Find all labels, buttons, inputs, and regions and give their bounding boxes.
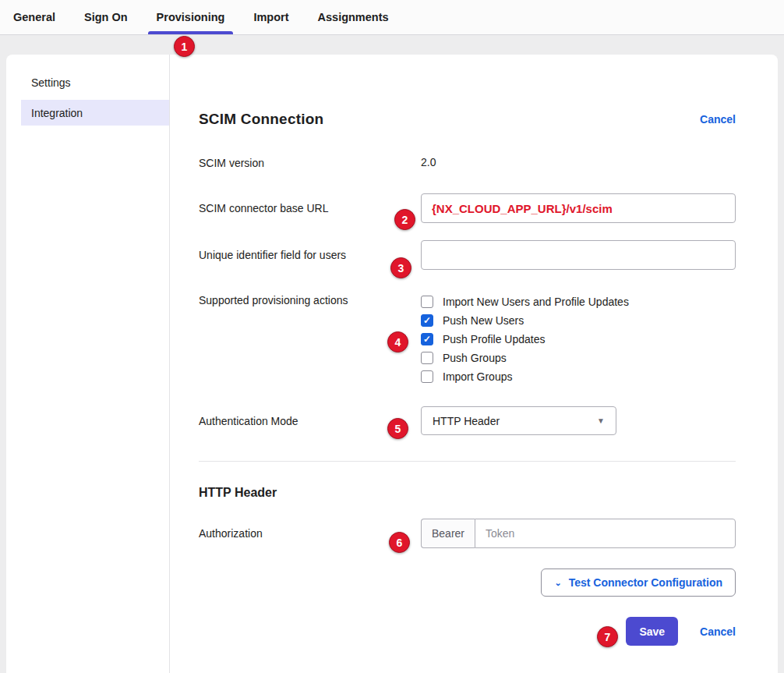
chevron-down-icon: ▼ — [597, 416, 605, 425]
sidebar-item-integration[interactable]: Integration — [21, 100, 169, 126]
scim-version-value: 2.0 — [421, 156, 736, 168]
annotation-marker-2: 2 — [394, 209, 415, 230]
annotation-marker-5: 5 — [387, 418, 408, 439]
annotation-marker-1: 1 — [174, 36, 195, 57]
checkbox-box[interactable]: ✓ — [421, 333, 433, 345]
provisioning-actions-group: ✓ Import New Users and Profile Updates ✓… — [421, 291, 736, 386]
checkbox-label: Push Groups — [443, 352, 507, 364]
checkbox-label: Import New Users and Profile Updates — [443, 296, 629, 308]
cancel-link-top[interactable]: Cancel — [700, 113, 736, 126]
check-icon: ✓ — [423, 335, 431, 344]
scim-version-label: SCIM version — [199, 156, 421, 170]
annotation-marker-3: 3 — [390, 257, 411, 278]
authorization-label: Authorization — [199, 519, 421, 540]
token-input[interactable] — [475, 519, 736, 548]
cancel-link-bottom[interactable]: Cancel — [700, 625, 736, 638]
checkbox-box[interactable]: ✓ — [421, 352, 433, 364]
provisioning-actions-label: Supported provisioning actions — [199, 291, 421, 307]
http-header-section-title: HTTP Header — [199, 486, 736, 500]
test-connector-label: Test Connector Configuration — [569, 576, 722, 589]
test-connector-button[interactable]: ⌄ Test Connector Configuration — [541, 569, 736, 597]
auth-mode-selected-value: HTTP Header — [433, 415, 597, 427]
bearer-prefix: Bearer — [421, 519, 475, 548]
checkbox-box[interactable]: ✓ — [421, 370, 433, 383]
check-icon: ✓ — [423, 316, 431, 325]
scim-connection-form: SCIM Connection Cancel SCIM version 2.0 … — [170, 55, 778, 673]
checkbox-label: Push New Users — [443, 314, 524, 327]
base-url-label: SCIM connector base URL — [199, 193, 421, 215]
unique-id-label: Unique identifier field for users — [199, 240, 421, 262]
checkbox-label: Push Profile Updates — [443, 333, 546, 345]
checkbox-push-profile-updates[interactable]: ✓ Push Profile Updates — [421, 330, 736, 349]
auth-mode-select[interactable]: HTTP Header ▼ — [421, 406, 616, 435]
tab-import[interactable]: Import — [253, 0, 288, 34]
provisioning-card: Settings Integration SCIM Connection Can… — [6, 55, 778, 673]
section-divider — [199, 461, 736, 462]
page-title: SCIM Connection — [199, 111, 323, 128]
tab-provisioning[interactable]: Provisioning — [157, 0, 225, 34]
checkbox-box[interactable]: ✓ — [421, 296, 433, 308]
unique-id-input[interactable] — [421, 240, 736, 270]
checkbox-import-new-users[interactable]: ✓ Import New Users and Profile Updates — [421, 292, 736, 311]
annotation-marker-7: 7 — [597, 626, 618, 647]
sidebar-title: Settings — [6, 76, 169, 89]
checkbox-push-groups[interactable]: ✓ Push Groups — [421, 349, 736, 367]
app-tab-bar: General Sign On Provisioning Import Assi… — [0, 0, 784, 35]
sidebar-item-label: Integration — [31, 107, 83, 119]
save-button[interactable]: Save — [626, 617, 678, 646]
tab-general[interactable]: General — [13, 0, 55, 34]
settings-sidebar: Settings Integration — [6, 55, 170, 673]
tab-assignments[interactable]: Assignments — [318, 0, 389, 34]
checkbox-box[interactable]: ✓ — [421, 314, 433, 327]
checkbox-push-new-users[interactable]: ✓ Push New Users — [421, 311, 736, 330]
tab-sign-on[interactable]: Sign On — [84, 0, 128, 34]
checkbox-import-groups[interactable]: ✓ Import Groups — [421, 367, 736, 386]
annotation-marker-4: 4 — [387, 331, 408, 352]
chevron-down-icon: ⌄ — [554, 579, 561, 587]
checkbox-label: Import Groups — [443, 370, 512, 383]
base-url-input[interactable] — [421, 193, 736, 223]
annotation-marker-6: 6 — [389, 532, 410, 553]
